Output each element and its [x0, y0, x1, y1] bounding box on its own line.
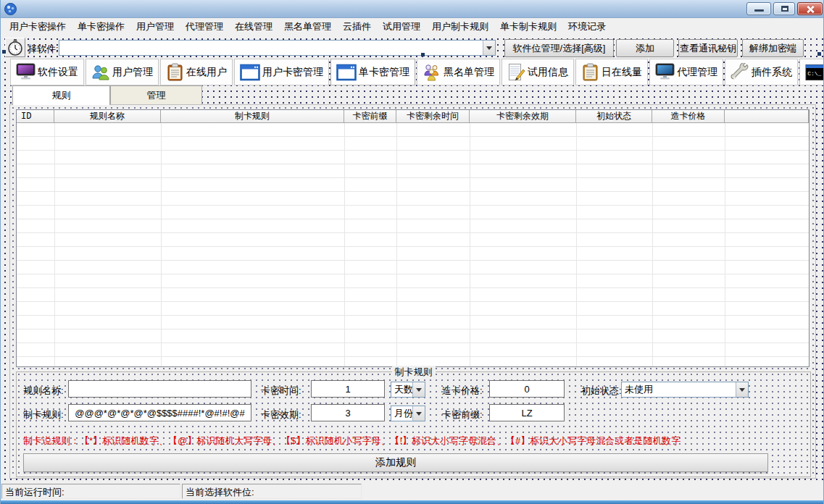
- minimize-icon: [754, 9, 764, 12]
- price-input[interactable]: [489, 380, 565, 398]
- monitor-purple-icon: [16, 63, 36, 81]
- rules-tab-page: ID规则名称制卡规则卡密前缀卡密剩余时间卡密剩余效期初始状态造卡价格 制卡规则 …: [9, 104, 816, 479]
- rule-name-label: 规则名称:: [23, 385, 64, 398]
- validity-unit-combo[interactable]: 月份: [391, 406, 425, 421]
- toolbar-agent-mgmt[interactable]: 代理管理: [649, 59, 723, 85]
- menu-item-cloud-plugin[interactable]: 云插件: [337, 19, 377, 35]
- card-time-unit-value: 天数: [391, 383, 412, 396]
- runtime-status-panel: 当前运行时间:: [1, 484, 180, 499]
- monitor-blue-icon: [655, 63, 675, 81]
- card-rule-label: 制卡规则:: [23, 408, 64, 421]
- column-header[interactable]: [725, 110, 809, 123]
- software-slot-manage-button[interactable]: 软件位管理/选择[高级]: [504, 39, 614, 57]
- toolbar-blacklist-mgmt[interactable]: 黑名单管理: [417, 59, 500, 85]
- card-rule-input[interactable]: [68, 404, 251, 421]
- menu-item-user-card-rules[interactable]: 用户制卡规则: [426, 19, 494, 35]
- close-icon: [798, 3, 822, 14]
- grid-line: [344, 123, 345, 366]
- window-icon: [336, 64, 357, 81]
- column-header[interactable]: 卡密剩余时间: [396, 110, 470, 123]
- validity-label: 卡密效期:: [261, 408, 301, 421]
- svg-text:C:\_: C:\_: [807, 70, 821, 76]
- menu-item-blacklist-mgmt[interactable]: 黑名单管理: [278, 19, 337, 35]
- rules-table[interactable]: ID规则名称制卡规则卡密前缀卡密剩余时间卡密剩余效期初始状态造卡价格: [16, 109, 810, 367]
- window-bottom-border: [1, 500, 824, 504]
- minimize-button[interactable]: [746, 2, 771, 15]
- column-header[interactable]: 造卡价格: [652, 110, 725, 123]
- initial-status-value: 未使用: [622, 383, 736, 396]
- toolbar-label: 插件系统: [752, 66, 792, 79]
- toolbar-software-settings[interactable]: 软件设置: [10, 59, 84, 85]
- add-rule-button[interactable]: 添加规则: [23, 453, 768, 472]
- chevron-down-icon: [739, 388, 745, 392]
- card-time-unit-combo[interactable]: 天数: [391, 382, 425, 398]
- toolbar-label: 代理管理: [677, 66, 717, 79]
- design-handle: [817, 52, 821, 56]
- tab-manage[interactable]: 管理: [110, 85, 202, 104]
- maximize-icon: [781, 6, 788, 12]
- initial-status-label: 初始状态:: [581, 385, 622, 398]
- toolbar-online-users[interactable]: 在线用户: [160, 59, 233, 85]
- column-header[interactable]: 规则名称: [54, 110, 161, 123]
- column-header[interactable]: 卡密剩余效期: [470, 110, 576, 123]
- combo-dropdown-button[interactable]: [412, 382, 425, 397]
- card-time-input[interactable]: [311, 380, 385, 398]
- unbind-encrypt-button[interactable]: 解绑加密端: [742, 39, 804, 57]
- grid-line: [54, 123, 55, 366]
- stopwatch-icon: [7, 39, 23, 56]
- combo-dropdown-button[interactable]: [483, 41, 495, 55]
- title-bar[interactable]: [1, 0, 824, 18]
- menu-item-agent-mgmt[interactable]: 代理管理: [180, 19, 229, 35]
- validity-input[interactable]: [311, 404, 385, 421]
- table-header: ID规则名称制卡规则卡密前缀卡密剩余时间卡密剩余效期初始状态造卡价格: [17, 110, 809, 123]
- toolbar-label: 试用信息: [528, 66, 568, 79]
- combo-dropdown-button[interactable]: [412, 406, 425, 421]
- toolbar-env-record[interactable]: C:\_ 环境记录: [799, 59, 824, 85]
- column-header[interactable]: 初始状态: [576, 110, 652, 123]
- column-header[interactable]: 制卡规则: [161, 110, 344, 123]
- grid-line: [470, 123, 470, 366]
- chevron-down-icon: [416, 388, 422, 392]
- add-button[interactable]: 添加: [616, 39, 674, 57]
- toolbar-trial-info[interactable]: 试用信息: [502, 59, 574, 85]
- column-header[interactable]: ID: [17, 110, 54, 123]
- toolbar-user-card-mgmt[interactable]: 用户卡密管理: [234, 59, 329, 85]
- menu-item-user-card-ops[interactable]: 用户卡密操作: [4, 19, 72, 35]
- toolbar-label: 日在线量: [602, 66, 642, 79]
- view-comm-key-button[interactable]: 查看通讯秘钥: [678, 39, 738, 57]
- combo-dropdown-button[interactable]: [736, 382, 748, 397]
- stopwatch-button[interactable]: [5, 38, 25, 57]
- main-toolbar: 软件设置 用户管理 在线用户: [10, 59, 824, 85]
- toolbar-label: 黑名单管理: [444, 66, 494, 79]
- menu-item-user-mgmt[interactable]: 用户管理: [130, 19, 180, 35]
- maximize-button[interactable]: [773, 2, 795, 15]
- status-bar: 当前运行时间: 当前选择软件位:: [1, 482, 824, 500]
- menu-item-trial-mgmt[interactable]: 试用管理: [377, 19, 426, 35]
- prefix-input[interactable]: [489, 404, 565, 421]
- chevron-down-icon: [486, 46, 492, 50]
- toolbar-plugin-system[interactable]: 插件系统: [725, 59, 798, 85]
- software-select-combo[interactable]: [59, 40, 496, 56]
- window-icon: [240, 64, 260, 81]
- column-header[interactable]: 卡密前缀: [344, 110, 396, 123]
- design-handle: [2, 50, 6, 54]
- toolbar-daily-online[interactable]: 日在线量: [575, 59, 648, 85]
- toolbar-single-card-mgmt[interactable]: 单卡密管理: [330, 59, 415, 85]
- menu-bar: 用户卡密操作 单卡密操作 用户管理 代理管理 在线管理 黑名单管理 云插件 试用…: [1, 18, 824, 35]
- rule-name-input[interactable]: [68, 380, 251, 398]
- menu-item-single-card-ops[interactable]: 单卡密操作: [72, 19, 130, 35]
- table-body[interactable]: [17, 123, 809, 366]
- initial-status-combo[interactable]: 未使用: [621, 382, 749, 398]
- app-window: 用户卡密操作 单卡密操作 用户管理 代理管理 在线管理 黑名单管理 云插件 试用…: [0, 0, 824, 504]
- user-group-icon: [423, 63, 441, 82]
- wrench-icon: [731, 63, 749, 82]
- grid-line: [725, 123, 725, 366]
- close-button[interactable]: [797, 2, 823, 15]
- menu-item-online-mgmt[interactable]: 在线管理: [229, 19, 278, 35]
- menu-item-env-record[interactable]: 环境记录: [562, 19, 612, 35]
- prefix-label: 卡密前缀:: [442, 408, 483, 421]
- tab-rules[interactable]: 规则: [12, 85, 110, 105]
- menu-item-single-card-rules[interactable]: 单卡制卡规则: [494, 19, 562, 35]
- toolbar-label: 用户管理: [112, 66, 153, 79]
- toolbar-user-management[interactable]: 用户管理: [86, 59, 159, 85]
